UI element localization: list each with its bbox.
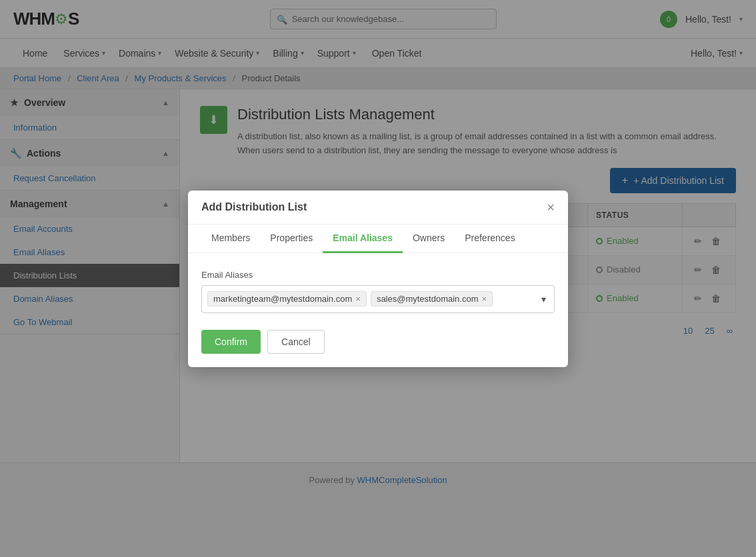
modal-header: Add Distribution List ×: [188, 191, 568, 225]
cancel-button[interactable]: Cancel: [267, 330, 325, 354]
tag-sales-text: sales@mytestdomain.com: [377, 294, 479, 304]
modal-tabs: Members Properties Email Aliases Owners …: [188, 225, 568, 253]
tag-sales: sales@mytestdomain.com ×: [371, 291, 493, 306]
modal-footer: Confirm Cancel: [188, 323, 568, 367]
tag-marketing-text: marketingteam@mytestdomain.com: [213, 294, 352, 304]
modal-tab-owners[interactable]: Owners: [403, 225, 455, 253]
tag-marketing: marketingteam@mytestdomain.com ×: [207, 291, 367, 306]
modal-tab-preferences[interactable]: Preferences: [455, 225, 525, 253]
modal-tab-email-aliases[interactable]: Email Aliases: [323, 225, 403, 253]
tag-input-container[interactable]: marketingteam@mytestdomain.com × sales@m…: [201, 285, 555, 313]
tag-sales-remove[interactable]: ×: [482, 294, 487, 303]
modal-tab-members[interactable]: Members: [201, 225, 260, 253]
modal-body: Email Aliases marketingteam@mytestdomain…: [188, 253, 568, 323]
email-aliases-field-label: Email Aliases: [201, 270, 555, 280]
modal-close-button[interactable]: ×: [547, 201, 555, 214]
modal: Add Distribution List × Members Properti…: [188, 191, 568, 367]
modal-title: Add Distribution List: [201, 201, 307, 213]
modal-tab-properties[interactable]: Properties: [260, 225, 323, 253]
tag-dropdown-button[interactable]: ▾: [539, 294, 549, 304]
modal-overlay[interactable]: Add Distribution List × Members Properti…: [0, 0, 756, 497]
confirm-button[interactable]: Confirm: [201, 330, 261, 354]
tag-marketing-remove[interactable]: ×: [355, 294, 361, 303]
